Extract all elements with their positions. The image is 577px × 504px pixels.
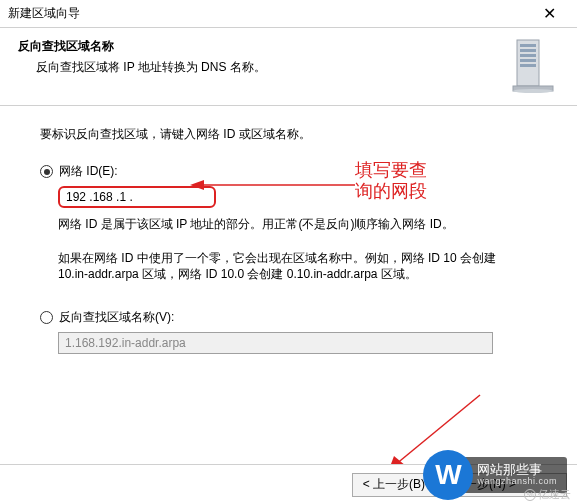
header-title: 反向查找区域名称 [18,38,497,55]
radio-zone-name[interactable]: 反向查找区域名称(V): [40,309,537,326]
wizard-content: 要标识反向查找区域，请键入网络 ID 或区域名称。 网络 ID(E): 192 … [0,106,577,354]
button-bar: < 上一步(B) 下一步(N) > [0,464,577,504]
next-button-label: 下一步(N) > [453,476,516,493]
svg-rect-5 [520,64,536,67]
back-button[interactable]: < 上一步(B) [352,473,436,497]
network-id-input[interactable]: 192 .168 .1 . [58,186,216,208]
svg-rect-2 [520,49,536,52]
window-title: 新建区域向导 [8,5,529,22]
radio-network-id-label: 网络 ID(E): [59,163,118,180]
svg-line-10 [395,395,480,465]
zone-name-value: 1.168.192.in-addr.arpa [65,336,186,350]
svg-point-7 [513,89,553,93]
prompt-text: 要标识反向查找区域，请键入网络 ID 或区域名称。 [40,126,537,143]
hint-line1: 网络 ID 是属于该区域 IP 地址的部分。用正常(不是反向)顺序输入网络 ID… [58,216,537,233]
corner-watermark-icon: % [524,489,536,501]
header-subtitle: 反向查找区域将 IP 地址转换为 DNS 名称。 [18,59,497,76]
corner-watermark: % 亿速云 [524,487,571,502]
header-text: 反向查找区域名称 反向查找区域将 IP 地址转换为 DNS 名称。 [18,38,497,76]
network-id-hint: 网络 ID 是属于该区域 IP 地址的部分。用正常(不是反向)顺序输入网络 ID… [40,216,537,283]
svg-rect-1 [520,44,536,47]
server-icon [507,38,559,93]
radio-icon-unselected [40,311,53,324]
corner-watermark-text: 亿速云 [538,487,571,502]
svg-rect-3 [520,54,536,57]
radio-icon-selected [40,165,53,178]
titlebar: 新建区域向导 ✕ [0,0,577,28]
close-button[interactable]: ✕ [529,3,569,25]
radio-network-id[interactable]: 网络 ID(E): [40,163,537,180]
svg-rect-4 [520,59,536,62]
note-line1: 如果在网络 ID 中使用了一个零，它会出现在区域名称中。例如，网络 ID 10 … [58,250,537,267]
annotation-text: 填写要查 询的网段 [355,160,427,201]
radio-zone-name-label: 反向查找区域名称(V): [59,309,174,326]
wizard-header: 反向查找区域名称 反向查找区域将 IP 地址转换为 DNS 名称。 [0,28,577,106]
close-icon: ✕ [543,4,556,23]
zone-name-readonly: 1.168.192.in-addr.arpa [58,332,493,354]
back-button-label: < 上一步(B) [363,476,425,493]
note-line2: 10.in-addr.arpa 区域，网络 ID 10.0 会创建 0.10.i… [58,266,537,283]
network-id-value: 192 .168 .1 . [66,190,133,204]
